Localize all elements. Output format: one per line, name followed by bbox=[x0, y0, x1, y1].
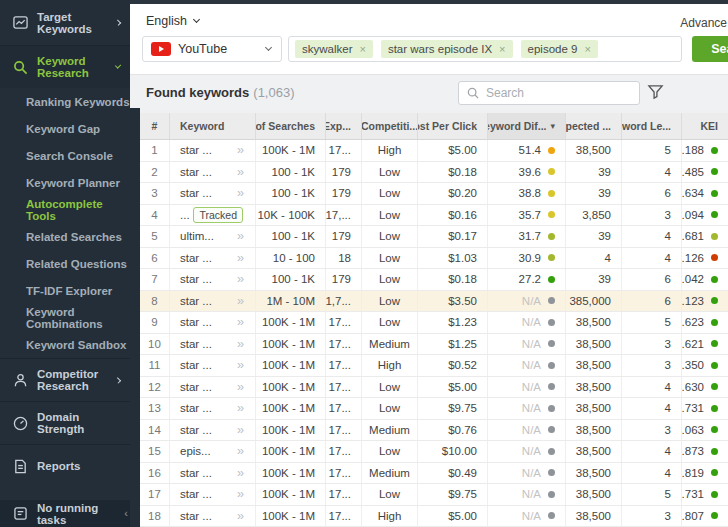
sidebar-item-competitor-research[interactable]: Competitor Research bbox=[0, 358, 130, 401]
advanced-link[interactable]: Advance bbox=[680, 16, 727, 30]
column-header-keyword-le-[interactable]: Keyword Le... bbox=[622, 113, 682, 139]
youtube-icon bbox=[151, 42, 171, 56]
status-dot-icon bbox=[548, 426, 555, 433]
sidebar-subitem-related-searches[interactable]: Related Searches bbox=[0, 223, 130, 250]
expand-keyword-icon[interactable]: ›› bbox=[237, 380, 243, 394]
row-number: 10 bbox=[140, 334, 170, 355]
remove-tag-icon[interactable]: × bbox=[584, 44, 590, 55]
table-row[interactable]: 10star ...››100K - 1M17...Medium$1.25N/A… bbox=[140, 334, 728, 356]
sidebar-subitem-search-console[interactable]: Search Console bbox=[0, 142, 130, 169]
expand-keyword-icon[interactable]: ›› bbox=[237, 143, 243, 157]
status-dot-icon bbox=[548, 319, 555, 326]
kei-cell: 0.681 bbox=[682, 226, 728, 247]
table-row[interactable]: 11star ...››100K - 1M17...High$0.52N/A38… bbox=[140, 355, 728, 377]
sidebar-subitem-keyword-planner[interactable]: Keyword Planner bbox=[0, 169, 130, 196]
remove-tag-icon[interactable]: × bbox=[499, 44, 505, 55]
kei-cell: 2.042 bbox=[682, 269, 728, 290]
table-row[interactable]: 5ultim...››100 - 1K179Low$0.1731.73940.6… bbox=[140, 226, 728, 248]
expand-keyword-icon[interactable]: ›› bbox=[237, 444, 243, 458]
sidebar-subitem-autocomplete-tools[interactable]: Autocomplete Tools bbox=[0, 196, 130, 223]
expand-keyword-icon[interactable]: ›› bbox=[237, 509, 243, 523]
kei-value: 402.873 bbox=[682, 445, 704, 457]
table-row[interactable]: 1star ...››100K - 1M17...High$5.0051.438… bbox=[140, 140, 728, 162]
expand-keyword-icon[interactable]: ›› bbox=[237, 466, 243, 480]
sidebar-subitem-keyword-combinations[interactable]: Keyword Combinations bbox=[0, 304, 130, 331]
search-engine-select[interactable]: YouTube bbox=[142, 36, 282, 62]
keyword-tag[interactable]: star wars episode IX× bbox=[381, 40, 513, 58]
expand-keyword-icon[interactable]: ›› bbox=[237, 358, 243, 372]
kei-cell: 249.621 bbox=[682, 334, 728, 355]
column-header-cost-per-click[interactable]: Cost Per Click bbox=[418, 113, 488, 139]
expand-keyword-icon[interactable]: ›› bbox=[237, 294, 243, 308]
cpc-cell: $0.52 bbox=[418, 355, 488, 376]
column-header-competiti-[interactable]: Competiti... bbox=[362, 113, 418, 139]
expand-keyword-icon[interactable]: ›› bbox=[237, 401, 243, 415]
sidebar-item-domain-strength[interactable]: Domain Strength bbox=[0, 401, 130, 444]
kei-value: 1.485 bbox=[682, 166, 704, 178]
search-button[interactable]: Search bbox=[692, 36, 728, 62]
collapse-sidebar-icon[interactable]: ‹ bbox=[124, 507, 128, 519]
remove-tag-icon[interactable]: × bbox=[359, 44, 365, 55]
language-selector[interactable]: English bbox=[146, 14, 199, 28]
column-header-keyword-dif-[interactable]: Keyword Dif...▾ bbox=[488, 113, 566, 139]
column-header--of-searches[interactable]: # of Searches bbox=[256, 113, 326, 139]
column-header-keyword[interactable]: Keyword bbox=[170, 113, 256, 139]
expand-keyword-icon[interactable]: ›› bbox=[237, 487, 243, 501]
table-row[interactable]: 2star ...››100 - 1K179Low$0.1839.63941.4… bbox=[140, 162, 728, 184]
table-search-input[interactable] bbox=[486, 86, 631, 100]
table-row[interactable]: 14star ...››100K - 1M17...Medium$0.76N/A… bbox=[140, 420, 728, 442]
column-header-expected-[interactable]: Expected ... bbox=[566, 113, 622, 139]
keyword-tag[interactable]: episode 9× bbox=[521, 40, 598, 58]
searches-cell: 100K - 1M bbox=[256, 140, 326, 161]
sidebar-subitem-tf-idf-explorer[interactable]: TF-IDF Explorer bbox=[0, 277, 130, 304]
keyword-cell: epis...›› bbox=[170, 441, 256, 462]
competition-cell: Low bbox=[362, 398, 418, 419]
sidebar: Target KeywordsKeyword ResearchRanking K… bbox=[0, 0, 130, 527]
domain-strength-icon bbox=[12, 415, 28, 431]
table-row[interactable]: 12star ...››100K - 1M17...Low$5.00N/A38,… bbox=[140, 377, 728, 399]
expand-keyword-icon[interactable]: ›› bbox=[237, 186, 243, 200]
competition-cell: Medium bbox=[362, 334, 418, 355]
row-number: 4 bbox=[140, 205, 170, 226]
table-row[interactable]: 16star ...››100K - 1M17...Medium$0.49N/A… bbox=[140, 463, 728, 485]
expand-keyword-icon[interactable]: ›› bbox=[237, 337, 243, 351]
difficulty-value: N/A bbox=[522, 338, 541, 350]
sidebar-subitem-keyword-gap[interactable]: Keyword Gap bbox=[0, 115, 130, 142]
expand-keyword-icon[interactable]: ›› bbox=[237, 165, 243, 179]
running-tasks-bar[interactable]: No running tasks bbox=[0, 500, 130, 527]
row-number: 6 bbox=[140, 248, 170, 269]
table-row[interactable]: 4...Tracked10K - 100K17,...Low$0.1635.73… bbox=[140, 205, 728, 227]
keyword-tag[interactable]: skywalker× bbox=[295, 40, 373, 58]
expand-keyword-icon[interactable]: ›› bbox=[237, 251, 243, 265]
column-header-kei[interactable]: KEI bbox=[682, 113, 728, 139]
table-row[interactable]: 7star ...››100 - 1K179Low$0.1827.23962.0… bbox=[140, 269, 728, 291]
cpc-cell: $1.03 bbox=[418, 248, 488, 269]
column-header--[interactable]: # bbox=[140, 113, 170, 139]
expand-keyword-icon[interactable]: ›› bbox=[237, 423, 243, 437]
sidebar-subitem-ranking-keywords[interactable]: Ranking Keywords bbox=[0, 88, 130, 115]
difficulty-cell: N/A bbox=[488, 398, 566, 419]
table-row[interactable]: 8star ...››1M - 10M1,7...Low$3.50N/A385,… bbox=[140, 291, 728, 313]
table-row[interactable]: 3star ...››100 - 1K179Low$0.2038.83961.6… bbox=[140, 183, 728, 205]
table-row[interactable]: 17star ...››100K - 1M17...Low$9.75N/A38,… bbox=[140, 484, 728, 506]
keyword-tags-input[interactable]: skywalker×star wars episode IX×episode 9… bbox=[288, 36, 682, 62]
exp-cell: 17... bbox=[326, 398, 362, 419]
table-row[interactable]: 6star ...››10 - 10018Low$1.0330.9440.126 bbox=[140, 248, 728, 270]
table-row[interactable]: 18star ...››100K - 1M17...High$5.00N/A38… bbox=[140, 506, 728, 527]
expand-keyword-icon[interactable]: ›› bbox=[237, 315, 243, 329]
sidebar-subitem-keyword-sandbox[interactable]: Keyword Sandbox bbox=[0, 331, 130, 358]
sidebar-item-target-keywords[interactable]: Target Keywords bbox=[0, 0, 130, 45]
table-row[interactable]: 13star ...››100K - 1M17...Low$9.75N/A38,… bbox=[140, 398, 728, 420]
difficulty-value: N/A bbox=[522, 488, 541, 500]
table-row[interactable]: 15epis...››100K - 1M17...Low$10.00N/A38,… bbox=[140, 441, 728, 463]
table-row[interactable]: 9star ...››100K - 1M17...Low$1.23N/A38,5… bbox=[140, 312, 728, 334]
expand-keyword-icon[interactable]: ›› bbox=[237, 272, 243, 286]
sidebar-item-keyword-research[interactable]: Keyword Research bbox=[0, 45, 130, 88]
expand-keyword-icon[interactable]: ›› bbox=[237, 229, 243, 243]
keyword-text: ... bbox=[180, 209, 190, 221]
filter-icon[interactable] bbox=[647, 83, 664, 100]
column-header-exp-[interactable]: Exp... bbox=[326, 113, 362, 139]
status-dot-icon bbox=[548, 254, 555, 261]
sidebar-subitem-related-questions[interactable]: Related Questions bbox=[0, 250, 130, 277]
sidebar-item-reports[interactable]: Reports bbox=[0, 444, 130, 487]
